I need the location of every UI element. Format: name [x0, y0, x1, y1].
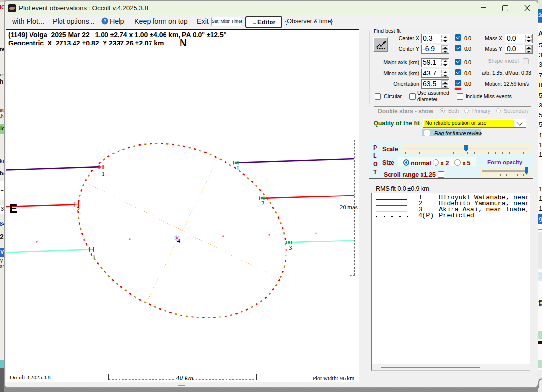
svg-text:?: ?	[103, 18, 106, 24]
svg-text:3: 3	[289, 244, 292, 251]
svg-text:2: 2	[261, 199, 265, 207]
svg-text:1: 1	[236, 165, 240, 172]
svg-text:1: 1	[102, 170, 105, 177]
svg-text:40 km: 40 km	[176, 374, 193, 382]
svg-text:2: 2	[76, 205, 80, 212]
svg-text:3: 3	[92, 253, 95, 260]
